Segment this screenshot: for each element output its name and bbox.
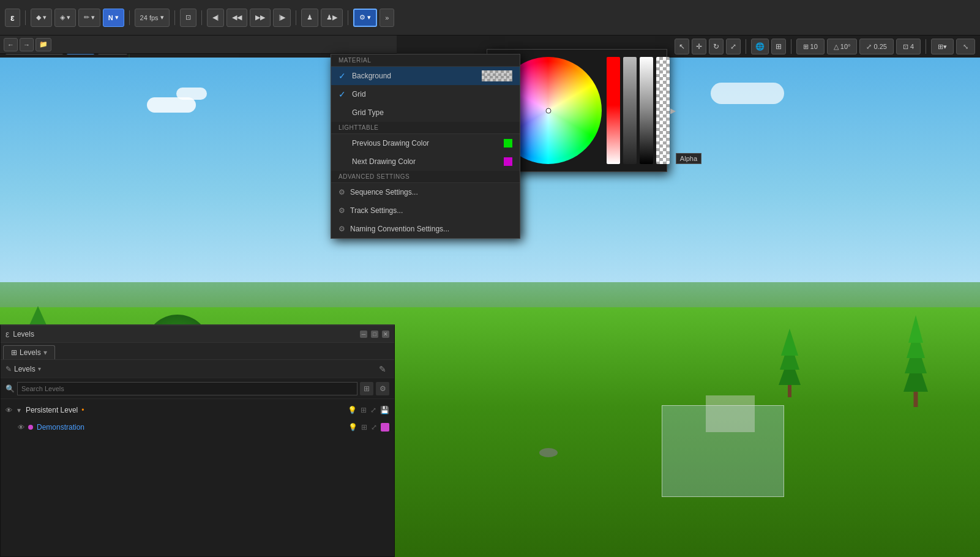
transport-next-button[interactable]: |▶ <box>273 9 291 27</box>
levels-tab-dropdown[interactable]: ▾ <box>43 348 47 357</box>
menu-item-naming[interactable]: ⚙ Naming Convention Settings... <box>331 220 520 238</box>
levels-tab[interactable]: ⊞ Levels ▾ <box>3 345 55 359</box>
cursor-button[interactable]: ↖ <box>675 39 689 54</box>
fps-button[interactable]: 24 fps ▾ <box>135 9 170 27</box>
move-button[interactable]: ✛ <box>692 39 706 54</box>
tree-right-1 <box>900 315 931 407</box>
transport-prev-button[interactable]: ◀| <box>207 9 225 27</box>
settings-gear-button[interactable]: ⚙ ▾ <box>353 9 377 27</box>
character2-button[interactable]: ♟▶ <box>321 9 343 27</box>
background-label: Background <box>352 72 391 80</box>
angle-button[interactable]: △ 10° <box>827 39 858 54</box>
grid-num: 4 <box>910 43 914 50</box>
levels-search-input[interactable] <box>17 382 357 395</box>
background-swatch <box>482 70 512 81</box>
camera-resize-icon: ⊡ <box>185 13 191 21</box>
next-color-label: Next Drawing Color <box>352 157 416 166</box>
cloud-4 <box>711 83 784 104</box>
alpha-strip[interactable]: ▶ <box>656 57 670 164</box>
maximize-button[interactable]: ⤡ <box>956 39 975 54</box>
rock-2 <box>539 448 558 457</box>
n-arrow: ▾ <box>115 13 119 21</box>
track-label: Track Settings... <box>350 206 403 215</box>
demo-grid-icon[interactable]: ⊞ <box>361 423 367 432</box>
menu-item-track[interactable]: ⚙ Track Settings... <box>331 201 520 220</box>
search-filter-btn[interactable]: ⊞ <box>360 382 373 395</box>
check-icon: ✓ <box>339 71 347 81</box>
scale-button-vp[interactable]: ⤢ 0.25 <box>859 39 893 54</box>
grid-num-button[interactable]: ⊡ 4 <box>896 39 921 54</box>
separator-4 <box>201 10 202 25</box>
grid-check-icon: ✓ <box>339 89 347 99</box>
angle-value: 10° <box>840 43 851 50</box>
levels-sub-toolbar: ✎ Levels ▾ ✎ <box>1 360 394 378</box>
levels-title: Levels <box>13 330 356 338</box>
vp-sep-3 <box>926 39 926 54</box>
gear-arrow: ▾ <box>367 13 371 21</box>
separator-6 <box>348 10 348 25</box>
persistent-level-row: 👁 ▼ Persistent Level • 💡 ⊞ ⤢ 💾 <box>1 402 394 419</box>
scale-value: 0.25 <box>873 43 886 50</box>
mode-paint-button[interactable]: ◈ ▾ <box>54 9 76 27</box>
persistent-eye-icon[interactable]: 👁 <box>6 406 12 414</box>
brush-icon: ✏ <box>84 13 89 21</box>
persistent-arrows-icon[interactable]: ⤢ <box>370 406 376 414</box>
pencil-icon[interactable]: ✎ <box>376 362 389 376</box>
levels-dropdown-arrow[interactable]: ▾ <box>38 365 41 372</box>
scale-button[interactable]: ⤢ <box>726 39 741 54</box>
menu-item-grid-type[interactable]: ✓ Grid Type <box>331 103 520 122</box>
gray-strip-2[interactable] <box>640 57 653 164</box>
demo-arrows-icon[interactable]: ⤢ <box>371 423 377 432</box>
section-material: MATERIAL <box>331 54 520 67</box>
levels-maximize-btn[interactable]: □ <box>371 331 378 338</box>
character-button[interactable]: ♟ <box>301 9 318 27</box>
camera-resize-button[interactable]: ⊡ <box>180 9 196 27</box>
menu-item-sequence[interactable]: ⚙ Sequence Settings... <box>331 183 520 201</box>
grid-type-label: Grid Type <box>352 108 384 117</box>
layout-button[interactable]: ⊞▾ <box>931 39 954 54</box>
grid-toggle-button[interactable]: ⊞ 10 <box>796 39 825 54</box>
menu-item-prev-color[interactable]: ✓ Previous Drawing Color <box>331 134 520 152</box>
persistent-save-icon[interactable]: 💾 <box>380 406 389 414</box>
color-strips: ▶ Alpha <box>607 57 670 164</box>
character-icon: ♟ <box>307 13 313 21</box>
menu-item-grid[interactable]: ✓ Grid <box>331 85 520 103</box>
levels-close-btn[interactable]: ✕ <box>382 331 389 338</box>
persistent-grid-icon[interactable]: ⊞ <box>361 406 367 414</box>
transport-back-button[interactable]: ◀◀ <box>226 9 247 27</box>
persistent-dot: • <box>81 406 84 414</box>
mode-brush-button[interactable]: ✏ ▾ <box>78 9 100 27</box>
demo-light-icon[interactable]: 💡 <box>348 423 357 432</box>
menu-item-next-color[interactable]: ✓ Next Drawing Color <box>331 152 520 171</box>
levels-unreal-logo: ε <box>6 329 9 339</box>
globe-button[interactable]: 🌐 <box>751 39 769 54</box>
levels-minimize-btn[interactable]: ─ <box>360 331 367 338</box>
menu-item-background[interactable]: ✓ Background <box>331 67 520 85</box>
more-button[interactable]: » <box>380 9 394 27</box>
mode-select-button[interactable]: ◆ ▾ <box>31 9 52 27</box>
demonstration-eye-icon[interactable]: 👁 <box>18 424 24 431</box>
levels-panel: ε Levels ─ □ ✕ ⊞ Levels ▾ ✎ Levels ▾ ✎ 🔍… <box>0 324 395 557</box>
demonstration-label[interactable]: Demonstration <box>37 423 84 432</box>
seq-nav-right[interactable]: → <box>20 38 34 51</box>
grid2-button[interactable]: ⊞ <box>771 39 786 54</box>
levels-titlebar: ε Levels ─ □ ✕ <box>1 326 394 343</box>
mode-paint-arrow: ▾ <box>67 13 70 21</box>
mode-n-button[interactable]: N ▾ <box>103 9 124 27</box>
persistent-light-icon[interactable]: 💡 <box>348 406 357 414</box>
levels-tab-label: Levels <box>20 348 41 357</box>
search-settings-btn[interactable]: ⚙ <box>376 382 389 395</box>
red-strip[interactable] <box>607 57 620 164</box>
paint-icon: ◈ <box>60 13 65 21</box>
demonstration-icons: 💡 ⊞ ⤢ <box>348 423 389 432</box>
gray-strip-1[interactable] <box>623 57 637 164</box>
unreal-logo: ε <box>10 13 15 23</box>
rotate-button[interactable]: ↻ <box>709 39 724 54</box>
persistent-expand-arrow[interactable]: ▼ <box>16 407 22 414</box>
transport-fwd-button[interactable]: ▶▶ <box>250 9 271 27</box>
prev-placeholder: ✓ <box>339 138 347 148</box>
grid-value: 10 <box>810 43 818 50</box>
logo-button[interactable]: ε <box>5 9 20 27</box>
seq-nav-left[interactable]: ← <box>4 38 18 51</box>
seq-folder[interactable]: 📁 <box>36 38 51 51</box>
